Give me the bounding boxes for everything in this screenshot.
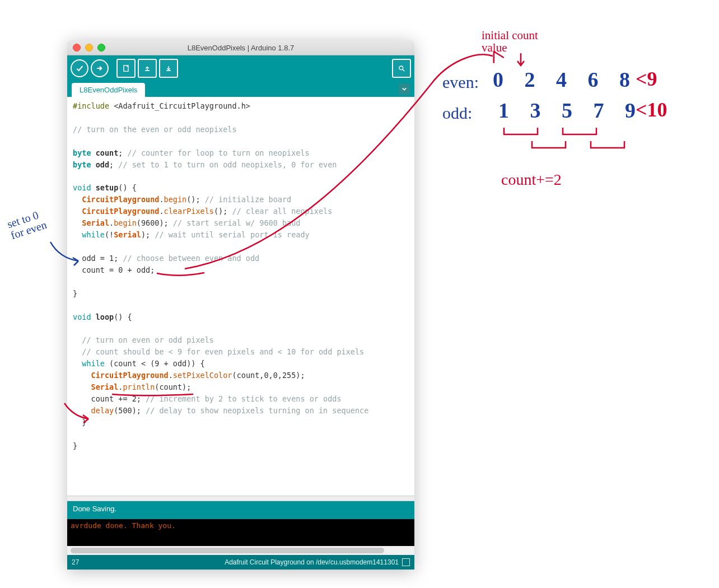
open-sketch-button[interactable] (138, 59, 157, 78)
new-sketch-button[interactable] (116, 59, 136, 78)
annotation-even-values: 0 2 4 6 8 (493, 67, 638, 92)
scrollbar-thumb[interactable] (71, 548, 384, 553)
verify-button[interactable] (71, 59, 88, 77)
annotation-odd-values: 1 3 5 7 9 (498, 98, 643, 123)
sketch-tab[interactable]: L8EvenOddPixels (72, 83, 145, 97)
annotation-increment: count+=2 (501, 171, 562, 189)
split-handle[interactable] (67, 496, 414, 501)
annotation-even-label: even: (442, 73, 479, 92)
console-line: avrdude done. Thank you. (71, 521, 176, 530)
window-titlebar: L8EvenOddPixels | Arduino 1.8.7 (67, 40, 414, 55)
annotation-even-limit: <9 (636, 67, 657, 91)
tabbar: L8EvenOddPixels (67, 81, 414, 97)
upload-button[interactable] (91, 59, 109, 77)
output-console[interactable]: avrdude done. Thank you. (67, 519, 414, 555)
tab-menu-button[interactable] (399, 83, 410, 95)
line-number: 27 (72, 558, 79, 566)
arduino-ide-window: L8EvenOddPixels | Arduino 1.8.7 L8EvenOd… (67, 40, 414, 570)
board-indicator-icon (402, 558, 410, 566)
svg-point-1 (399, 66, 403, 70)
save-sketch-button[interactable] (159, 59, 178, 78)
serial-monitor-button[interactable] (392, 59, 411, 78)
svg-line-2 (403, 69, 404, 71)
console-hscrollbar[interactable] (67, 546, 414, 555)
code-editor[interactable]: #include <Adafruit_CircuitPlayground.h> … (67, 97, 414, 496)
annotation-initial: initial count value (482, 29, 538, 54)
toolbar (67, 55, 414, 81)
board-port-label: Adafruit Circuit Playground on /dev/cu.u… (225, 558, 399, 566)
footer-bar: 27 Adafruit Circuit Playground on /dev/c… (67, 555, 414, 570)
window-title: L8EvenOddPixels | Arduino 1.8.7 (67, 44, 414, 52)
status-bar: Done Saving. (67, 501, 414, 519)
annotation-set-forever: set to 0 for even (6, 208, 48, 241)
code-content: #include <Adafruit_CircuitPlayground.h> … (73, 100, 409, 452)
annotation-odd-limit: <10 (636, 98, 667, 122)
annotation-odd-label: odd: (442, 104, 472, 123)
